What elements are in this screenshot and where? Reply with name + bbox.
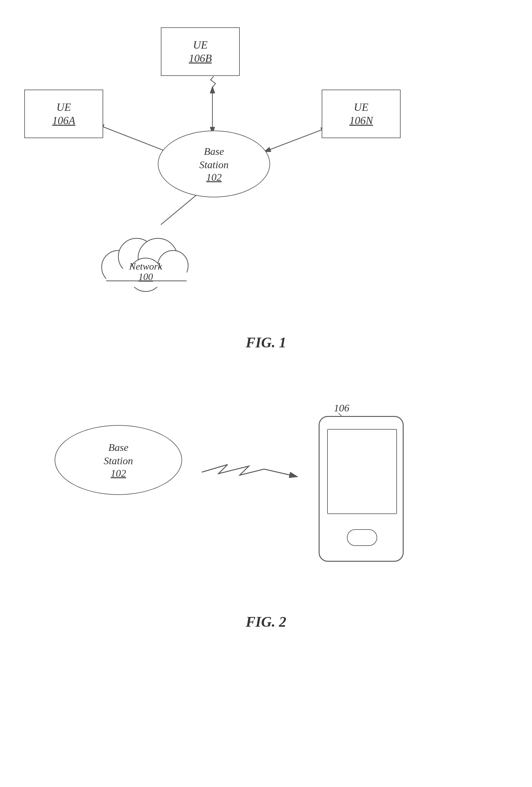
ue-106a-ref: 106A xyxy=(52,114,75,127)
ue-106a-label: UE xyxy=(57,101,71,114)
fig1-area: UE 106A UE 106B UE 106N BaseStation 102 xyxy=(0,12,532,370)
ue-106n-ref: 106N xyxy=(349,114,373,127)
fig2-base-station-oval: BaseStation 102 xyxy=(54,425,182,495)
fig2-area: BaseStation 102 106 FIG. 2 xyxy=(0,395,532,759)
fig2-phone-button xyxy=(347,529,377,546)
fig2-ue-ref-label: 106 xyxy=(334,402,349,414)
fig2-phone xyxy=(319,416,404,562)
fig2-phone-screen xyxy=(327,429,397,514)
svg-line-15 xyxy=(264,469,297,477)
svg-text:Network: Network xyxy=(129,261,162,272)
fig2-base-station-label: BaseStation xyxy=(104,441,133,468)
ue-106n-box: UE 106N xyxy=(322,89,401,138)
svg-text:100: 100 xyxy=(138,271,153,282)
ue-106b-label: UE xyxy=(193,39,207,51)
fig2-base-station-ref: 102 xyxy=(111,468,126,479)
fig2-caption: FIG. 2 xyxy=(0,613,532,630)
ue-106b-ref: 106B xyxy=(189,52,212,65)
fig1-caption: FIG. 1 xyxy=(0,334,532,351)
ue-106b-box: UE 106B xyxy=(161,27,240,76)
base-station-oval: BaseStation 102 xyxy=(158,131,270,197)
base-station-label: BaseStation xyxy=(199,145,228,172)
network-cloud: Network 100 xyxy=(88,213,203,298)
ue-106n-label: UE xyxy=(354,101,369,114)
base-station-ref: 102 xyxy=(206,172,222,183)
ue-106a-box: UE 106A xyxy=(24,89,103,138)
svg-line-4 xyxy=(264,128,328,152)
page: UE 106A UE 106B UE 106N BaseStation 102 xyxy=(0,0,532,787)
